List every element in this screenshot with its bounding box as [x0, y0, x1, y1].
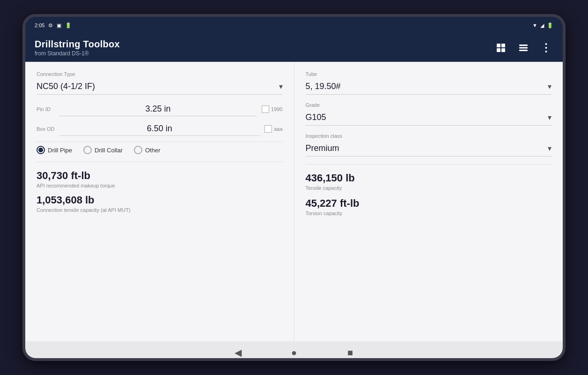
- pin-id-checkbox[interactable]: [262, 105, 269, 113]
- tube-group: Tube 5, 19.50# ▾: [306, 71, 552, 95]
- pipe-type-radio-group: Drill Pipe Drill Collar Other: [37, 142, 283, 154]
- list-view-button[interactable]: [516, 40, 531, 55]
- box-od-checkbox-label: aaa: [274, 126, 282, 132]
- recent-apps-button[interactable]: ■: [341, 343, 360, 361]
- cast-icon: ▣: [57, 22, 61, 29]
- time-display: 2:05: [35, 22, 44, 28]
- right-divider-1: [306, 164, 552, 165]
- torsion-capacity-block: 45,227 ft-lb Torsion capacity: [306, 197, 552, 216]
- svg-rect-4: [519, 45, 528, 46]
- tube-dropdown[interactable]: 5, 19.50# ▾: [306, 79, 552, 95]
- makeup-torque-label: API recommended makeup torque: [37, 183, 283, 188]
- connection-type-arrow-icon: ▾: [279, 82, 283, 91]
- pin-id-label: Pin ID: [37, 106, 54, 112]
- svg-rect-3: [501, 48, 505, 52]
- left-panel: Connection Type NC50 (4-1/2 IF) ▾ Pin ID…: [25, 62, 294, 341]
- connection-type-label: Connection Type: [37, 71, 283, 77]
- inspection-class-label: Inspection class: [306, 133, 552, 139]
- tube-value: 5, 19.50#: [306, 82, 341, 91]
- connection-tensile-value: 1,053,608 lb: [37, 194, 283, 206]
- pin-id-checkbox-area: 1990: [262, 105, 282, 113]
- main-content: Connection Type NC50 (4-1/2 IF) ▾ Pin ID…: [25, 62, 563, 341]
- svg-rect-6: [519, 50, 528, 51]
- more-options-button[interactable]: [538, 40, 553, 55]
- tube-arrow-icon: ▾: [548, 82, 551, 91]
- torsion-capacity-value: 45,227 ft-lb: [306, 197, 552, 210]
- status-bar: 2:05 ⚙ ▣ 🔋 ▼ ◢ 🔋: [25, 17, 563, 34]
- svg-rect-0: [497, 44, 500, 47]
- makeup-torque-block: 30,730 ft-lb API recommended makeup torq…: [37, 170, 283, 188]
- status-left: 2:05 ⚙ ▣ 🔋: [35, 22, 72, 29]
- makeup-torque-value: 30,730 ft-lb: [37, 170, 283, 182]
- inspection-class-group: Inspection class Premium ▾: [306, 133, 552, 157]
- battery-icon: 🔋: [65, 22, 72, 29]
- box-od-checkbox-area: aaa: [265, 125, 282, 133]
- grid-view-button[interactable]: [493, 40, 508, 55]
- pin-id-checkbox-label: 1990: [271, 106, 282, 112]
- torsion-capacity-label: Torsion capacity: [306, 210, 552, 216]
- connection-tensile-block: 1,053,608 lb Connection tensile capacity…: [37, 194, 283, 213]
- app-title: Drillstring Toolbox: [35, 39, 120, 50]
- drill-pipe-radio-circle: [37, 146, 45, 154]
- other-radio-label: Other: [145, 147, 161, 154]
- nav-bar: ◀ ● ■: [25, 341, 563, 361]
- pin-id-row: Pin ID 1990: [37, 102, 283, 116]
- signal-icon: ◢: [540, 22, 544, 29]
- box-od-label: Box OD: [37, 126, 55, 132]
- svg-point-8: [545, 47, 547, 49]
- grade-dropdown[interactable]: G105 ▾: [306, 110, 552, 126]
- grade-label: Grade: [306, 102, 552, 108]
- divider-1: [37, 162, 283, 162]
- svg-point-9: [545, 51, 547, 52]
- tensile-capacity-label: Tensile capacity: [306, 185, 552, 191]
- app-subtitle: from Standard DS-1®: [35, 50, 120, 57]
- svg-point-7: [545, 43, 547, 45]
- tensile-capacity-value: 436,150 lb: [306, 172, 552, 184]
- tensile-capacity-block: 436,150 lb Tensile capacity: [306, 172, 552, 191]
- grade-value: G105: [306, 112, 326, 122]
- svg-rect-5: [519, 47, 528, 48]
- other-radio-circle: [134, 146, 142, 154]
- settings-icon: ⚙: [48, 22, 53, 29]
- tablet-frame: 2:05 ⚙ ▣ 🔋 ▼ ◢ 🔋 Drillstring Toolbox fro…: [22, 14, 566, 361]
- app-bar: Drillstring Toolbox from Standard DS-1®: [25, 34, 563, 62]
- other-radio[interactable]: Other: [134, 146, 161, 154]
- app-title-block: Drillstring Toolbox from Standard DS-1®: [35, 39, 120, 57]
- status-right: ▼ ◢ 🔋: [532, 22, 553, 29]
- app-actions: [493, 40, 553, 55]
- connection-type-group: Connection Type NC50 (4-1/2 IF) ▾: [37, 71, 283, 95]
- connection-tensile-label: Connection tensile capacity (at API MUT): [37, 207, 283, 213]
- box-od-checkbox[interactable]: [265, 125, 272, 133]
- tube-label: Tube: [306, 71, 552, 77]
- right-panel: Tube 5, 19.50# ▾ Grade G105 ▾ Inspection…: [294, 62, 563, 341]
- home-button[interactable]: ●: [285, 343, 303, 361]
- wifi-icon: ▼: [532, 22, 537, 28]
- pin-id-input[interactable]: [59, 102, 257, 116]
- svg-rect-1: [501, 44, 505, 47]
- inspection-class-dropdown[interactable]: Premium ▾: [306, 141, 552, 157]
- grade-arrow-icon: ▾: [548, 113, 551, 122]
- battery-right-icon: 🔋: [547, 22, 553, 29]
- drill-pipe-radio-dot: [38, 148, 43, 152]
- drill-collar-radio-label: Drill Collar: [95, 147, 123, 154]
- connection-type-dropdown[interactable]: NC50 (4-1/2 IF) ▾: [37, 79, 283, 95]
- connection-type-value: NC50 (4-1/2 IF): [37, 82, 95, 91]
- inspection-class-value: Premium: [306, 143, 339, 153]
- inspection-class-arrow-icon: ▾: [548, 144, 551, 153]
- box-od-row: Box OD aaa: [37, 122, 283, 136]
- svg-rect-2: [497, 48, 500, 52]
- grade-group: Grade G105 ▾: [306, 102, 552, 126]
- drill-pipe-radio[interactable]: Drill Pipe: [37, 146, 72, 154]
- drill-collar-radio-circle: [83, 146, 92, 154]
- box-od-input[interactable]: [59, 122, 260, 136]
- back-button[interactable]: ◀: [228, 343, 247, 361]
- drill-collar-radio[interactable]: Drill Collar: [83, 146, 123, 154]
- drill-pipe-radio-label: Drill Pipe: [48, 147, 72, 154]
